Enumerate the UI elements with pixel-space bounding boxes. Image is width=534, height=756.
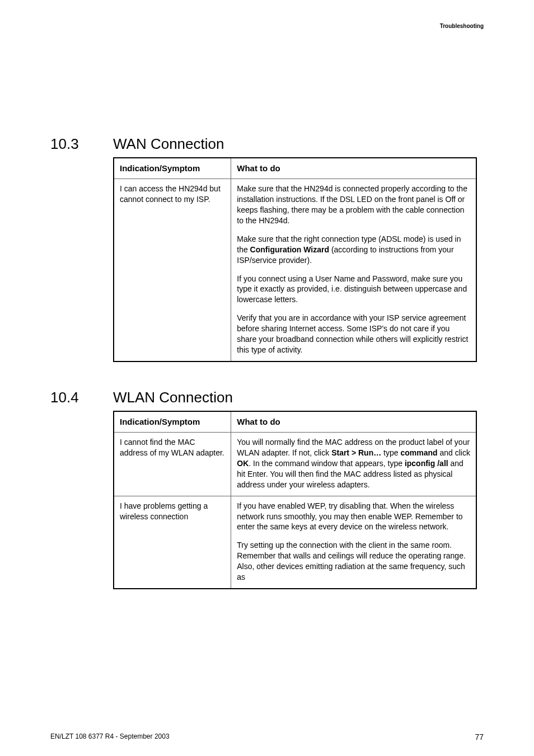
action-paragraph: Verify that you are in accordance with y… [237,313,470,355]
wlan-table-wrap: Indication/Symptom What to do I cannot f… [113,411,484,589]
wan-table-wrap: Indication/Symptom What to do I can acce… [113,157,484,362]
symptom-cell: I have problems getting a wireless conne… [114,496,231,589]
table-row: I cannot find the MAC address of my WLAN… [114,433,476,496]
action-paragraph: Make sure that the HN294d is connected p… [237,184,470,226]
symptom-cell: I can access the HN294d but cannot conne… [114,179,231,361]
page-content: 10.3 WAN Connection Indication/Symptom W… [50,134,484,589]
action-bold: Configuration Wizard [250,245,329,254]
action-text: type [381,448,400,457]
footer-docid: EN/LZT 108 6377 R4 - September 2003 [50,732,170,743]
action-cell: If you have enabled WEP, try disabling t… [231,496,476,589]
wan-troubleshooting-table: Indication/Symptom What to do I can acce… [113,157,477,362]
action-paragraph: You will normally find the MAC address o… [237,437,470,490]
action-paragraph: Try setting up the connection with the c… [237,540,470,583]
table-row: I can access the HN294d but cannot conne… [114,179,476,361]
section-number: 10.4 [50,388,82,407]
symptom-cell: I cannot find the MAC address of my WLAN… [114,433,231,496]
table-row: I have problems getting a wireless conne… [114,496,476,589]
running-header: Troubleshooting [440,22,484,30]
table-header-row: Indication/Symptom What to do [114,411,476,433]
page: Troubleshooting 10.3 WAN Connection Indi… [0,0,534,756]
section-number: 10.3 [50,134,82,154]
section-title: WAN Connection [113,134,224,154]
action-text: . In the command window that appears, ty… [249,459,405,468]
action-cell: Make sure that the HN294d is connected p… [231,179,476,361]
action-paragraph: If you have enabled WEP, try disabling t… [237,501,470,533]
section-wan-connection: 10.3 WAN Connection Indication/Symptom W… [50,134,484,362]
section-title: WLAN Connection [113,388,233,407]
action-cell: You will normally find the MAC address o… [231,433,476,496]
col-header-action: What to do [231,158,476,179]
action-bold: OK [237,459,249,468]
section-heading-row: 10.4 WLAN Connection [50,388,484,407]
col-header-symptom: Indication/Symptom [114,411,231,433]
section-heading-row: 10.3 WAN Connection [50,134,484,154]
col-header-action: What to do [231,411,476,433]
action-bold: ipconfig /all [405,459,448,468]
action-paragraph: Make sure that the right connection type… [237,234,470,266]
footer-page-number: 77 [475,732,484,743]
wlan-troubleshooting-table: Indication/Symptom What to do I cannot f… [113,411,477,589]
action-bold: command [400,448,437,457]
action-paragraph: If you connect using a User Name and Pas… [237,274,470,306]
action-bold: Start > Run… [331,448,381,457]
col-header-symptom: Indication/Symptom [114,158,231,179]
table-header-row: Indication/Symptom What to do [114,158,476,179]
section-wlan-connection: 10.4 WLAN Connection Indication/Symptom … [50,388,484,589]
action-text: and click [438,448,470,457]
page-footer: EN/LZT 108 6377 R4 - September 2003 77 [50,732,484,743]
